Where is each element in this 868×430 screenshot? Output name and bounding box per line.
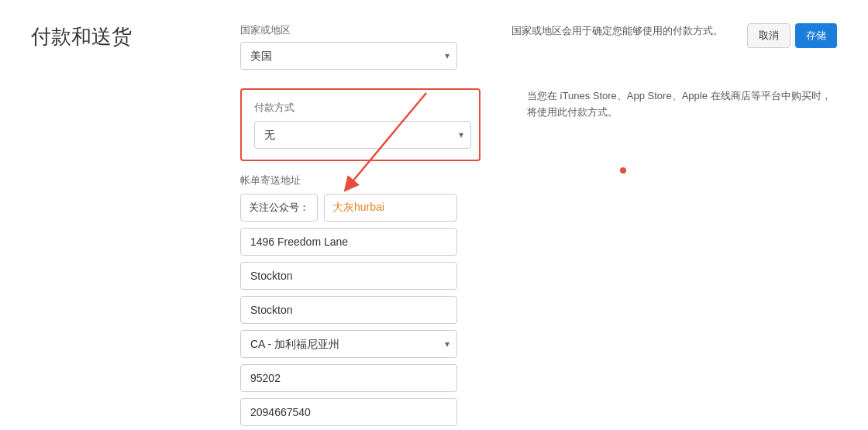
action-buttons: 取消 存储 <box>747 23 837 48</box>
country-label: 国家或地区 <box>240 23 488 37</box>
payment-select-wrapper: 无 ▾ <box>254 121 471 149</box>
cancel-button[interactable]: 取消 <box>747 23 790 48</box>
main-content: 国家或地区 美国 ▾ 国家或地区会用于确定您能够使用的付款方式。 取消 存储 <box>240 23 837 430</box>
city2-input[interactable] <box>240 296 457 324</box>
zip-input[interactable] <box>240 364 457 392</box>
payment-row: 付款方式 无 ▾ 帐单寄送地址 关注公众号： 大灰hurbai <box>240 88 837 430</box>
state-select-wrapper: CA - 加利福尼亚州 ▾ <box>240 330 457 358</box>
country-description: 国家或地区会用于确定您能够使用的付款方式。 <box>512 23 735 40</box>
payment-desc-text: 当您在 iTunes Store、App Store、Apple 在线商店等平台… <box>527 88 837 121</box>
phone-input[interactable] <box>240 398 457 426</box>
wechat-label: 关注公众号： <box>240 194 318 222</box>
payment-section: 付款方式 无 ▾ <box>240 88 480 161</box>
address1-input[interactable] <box>240 228 457 256</box>
red-dot-annotation <box>620 167 626 174</box>
billing-label: 帐单寄送地址 <box>240 174 504 187</box>
payment-form: 付款方式 无 ▾ 帐单寄送地址 关注公众号： 大灰hurbai <box>240 88 504 430</box>
city1-input[interactable] <box>240 262 457 290</box>
state-select[interactable]: CA - 加利福尼亚州 <box>240 330 457 358</box>
country-select-wrapper: 美国 ▾ <box>240 42 457 70</box>
payment-label: 付款方式 <box>254 101 467 115</box>
page-container: 付款和送货 国家或地区 美国 ▾ 国家或地区会用于确定您能够使用的付款方式。 取… <box>0 0 868 430</box>
save-button[interactable]: 存储 <box>795 23 837 48</box>
payment-description: 当您在 iTunes Store、App Store、Apple 在线商店等平台… <box>504 88 837 174</box>
country-row: 国家或地区 美国 ▾ 国家或地区会用于确定您能够使用的付款方式。 取消 存储 <box>240 23 837 70</box>
page-title: 付款和送货 <box>31 23 132 50</box>
billing-section: 帐单寄送地址 关注公众号： 大灰hurbai CA - 加利福尼亚州 ▾ <box>240 174 504 426</box>
payment-select[interactable]: 无 <box>254 121 471 149</box>
country-select[interactable]: 美国 <box>240 42 457 70</box>
wechat-row: 关注公众号： 大灰hurbai <box>240 194 457 222</box>
country-form: 国家或地区 美国 ▾ <box>240 23 488 70</box>
country-right: 国家或地区会用于确定您能够使用的付款方式。 取消 存储 <box>488 23 837 48</box>
annotation-area <box>527 167 837 174</box>
wechat-value: 大灰hurbai <box>324 194 457 222</box>
